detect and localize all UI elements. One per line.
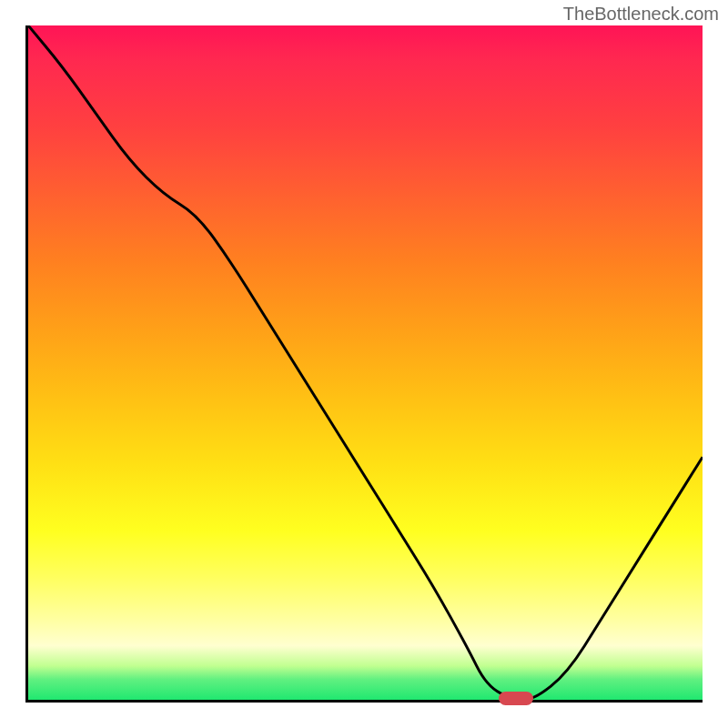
chart-plot-area [25, 25, 703, 703]
curve-line [28, 25, 703, 700]
watermark-text: TheBottleneck.com [563, 4, 719, 25]
bottleneck-curve [28, 25, 703, 700]
optimal-marker [499, 692, 533, 705]
